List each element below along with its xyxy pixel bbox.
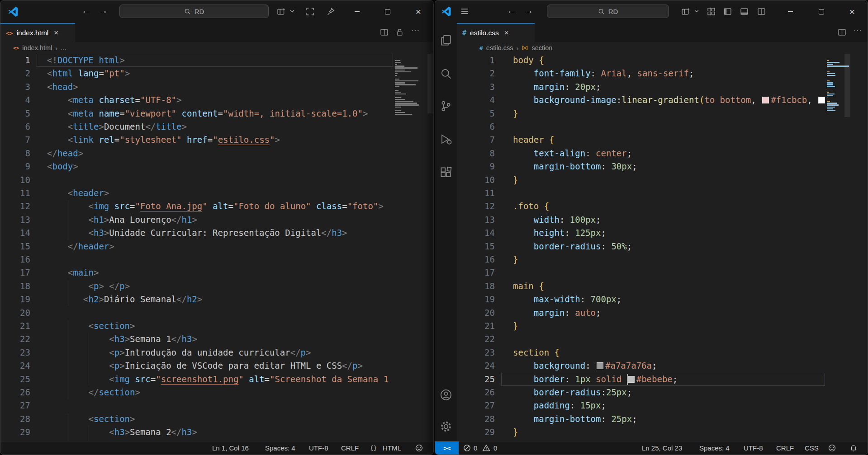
line-number[interactable]: 29 (457, 426, 495, 439)
minimap-line[interactable] (395, 97, 401, 98)
minimap-line[interactable] (827, 66, 849, 66)
code-line[interactable]: } (513, 253, 825, 266)
code-line[interactable]: } (513, 426, 825, 439)
code-line[interactable]: <section> (47, 319, 393, 333)
breadcrumb-file[interactable]: index.html (22, 44, 52, 52)
line-number[interactable]: 29 (0, 426, 30, 439)
line-number[interactable]: 5 (0, 107, 30, 120)
minimap-line[interactable] (827, 77, 827, 78)
cursor-position[interactable]: Ln 25, Col 23 (642, 441, 682, 455)
eol-sequence[interactable]: CRLF (341, 441, 359, 455)
toggle-panel-bottom-icon[interactable] (740, 8, 748, 15)
minimap-line[interactable] (827, 107, 835, 108)
code-line[interactable] (47, 253, 393, 266)
line-number[interactable]: 1 (0, 54, 30, 67)
code-line[interactable]: <main> (47, 266, 393, 279)
minimap-line[interactable] (827, 73, 835, 74)
minimap-line[interactable] (395, 75, 397, 76)
code-line[interactable]: margin: 20px; (513, 80, 825, 94)
minimap-line[interactable] (827, 94, 835, 94)
code-line[interactable]: <meta charset="UTF-8"> (47, 94, 393, 107)
line-number[interactable]: 22 (0, 333, 30, 346)
more-actions-icon[interactable]: ··· (411, 27, 420, 35)
minimap-line[interactable] (827, 82, 833, 83)
feedback-smiley-icon[interactable] (828, 444, 836, 455)
encoding[interactable]: UTF-8 (309, 441, 328, 455)
line-number[interactable]: 25 (0, 373, 30, 386)
split-editor-icon[interactable] (380, 28, 388, 36)
color-swatch[interactable] (628, 376, 635, 383)
code-line[interactable]: <p>Introdução da unidade curricular</p> (47, 346, 393, 359)
chevron-down-icon[interactable] (694, 9, 699, 13)
color-swatch[interactable] (762, 97, 769, 103)
code-line[interactable]: </section> (47, 386, 393, 399)
nav-back-icon[interactable]: ← (80, 5, 92, 16)
search-icon[interactable] (440, 68, 452, 80)
minimap-line[interactable] (827, 92, 829, 93)
tab-index-html[interactable]: <> index.html × (0, 23, 75, 42)
code-line[interactable] (47, 399, 393, 412)
line-number[interactable]: 15 (457, 240, 495, 253)
code-line[interactable]: <h3>Semana 2</h3> (47, 426, 393, 439)
line-number[interactable]: 2 (457, 67, 495, 80)
code-line[interactable]: border-radius: 50%; (513, 240, 825, 253)
code-line[interactable]: padding: 15px; (513, 399, 825, 412)
line-number[interactable]: 8 (457, 147, 495, 160)
code-line[interactable]: main { (513, 280, 825, 293)
extensions-icon[interactable] (440, 167, 452, 178)
minimap-line[interactable] (827, 71, 830, 72)
close-button[interactable]: × (842, 0, 863, 23)
line-number[interactable]: 18 (457, 280, 495, 293)
line-number[interactable]: 11 (457, 187, 495, 200)
line-number[interactable]: 13 (0, 213, 30, 226)
code-line[interactable] (47, 174, 393, 187)
more-actions-icon[interactable]: ··· (854, 27, 862, 35)
account-icon[interactable] (440, 389, 452, 401)
code-line[interactable]: <img src="Foto Ana.jpg" alt="Foto do alu… (47, 200, 393, 213)
minimap-line[interactable] (827, 104, 839, 105)
line-number[interactable]: 2 (0, 67, 30, 80)
minimap-line[interactable] (827, 64, 833, 65)
customize-layout-icon[interactable] (682, 8, 690, 16)
split-editor-icon[interactable] (838, 28, 846, 36)
line-number[interactable]: 8 (0, 147, 30, 160)
code-line[interactable]: <title>Document</title> (47, 120, 393, 133)
breadcrumb[interactable]: # estilo.css › section (457, 42, 868, 54)
minimap-line[interactable] (395, 110, 401, 111)
code-line[interactable] (513, 266, 825, 279)
minimap-line[interactable] (395, 107, 401, 108)
code-editor-html[interactable]: 1<!DOCTYPE html>2<html lang="pt">3<head>… (0, 54, 433, 441)
command-center-search[interactable]: RD (119, 5, 269, 18)
minimap-line[interactable] (395, 71, 411, 72)
line-number[interactable]: 3 (0, 80, 30, 94)
minimap-line[interactable] (395, 92, 401, 93)
line-number[interactable]: 10 (0, 174, 30, 187)
language-mode-icon[interactable]: {} (370, 441, 377, 455)
line-number[interactable]: 21 (0, 319, 30, 333)
line-number[interactable]: 17 (457, 266, 495, 279)
line-number[interactable]: 27 (457, 399, 495, 412)
editor-layout-grid-icon[interactable] (707, 8, 715, 15)
minimap-line[interactable] (827, 80, 830, 81)
fullscreen-icon[interactable] (306, 8, 314, 15)
line-number[interactable]: 16 (457, 253, 495, 266)
unlock-icon[interactable] (396, 28, 403, 36)
code-line[interactable]: header { (513, 133, 825, 146)
customize-layout-icon[interactable] (277, 8, 285, 16)
minimize-button[interactable] (780, 0, 801, 23)
line-number[interactable]: 19 (457, 293, 495, 306)
code-line[interactable]: } (513, 174, 825, 187)
line-number[interactable]: 26 (457, 386, 495, 399)
code-line[interactable]: <body> (47, 160, 393, 173)
code-line[interactable] (513, 333, 825, 346)
tab-close-icon[interactable]: × (504, 28, 509, 38)
code-line[interactable]: </head> (47, 147, 393, 160)
code-line[interactable]: <!DOCTYPE html> (47, 54, 393, 67)
line-number[interactable]: 27 (0, 399, 30, 412)
code-line[interactable]: border: 1px solid #bebebe; (513, 373, 825, 386)
menu-hamburger-icon[interactable] (461, 8, 469, 14)
minimap-line[interactable] (827, 95, 833, 96)
minimap-line[interactable] (827, 112, 827, 113)
line-number[interactable]: 10 (457, 174, 495, 187)
line-number[interactable]: 23 (0, 346, 30, 359)
